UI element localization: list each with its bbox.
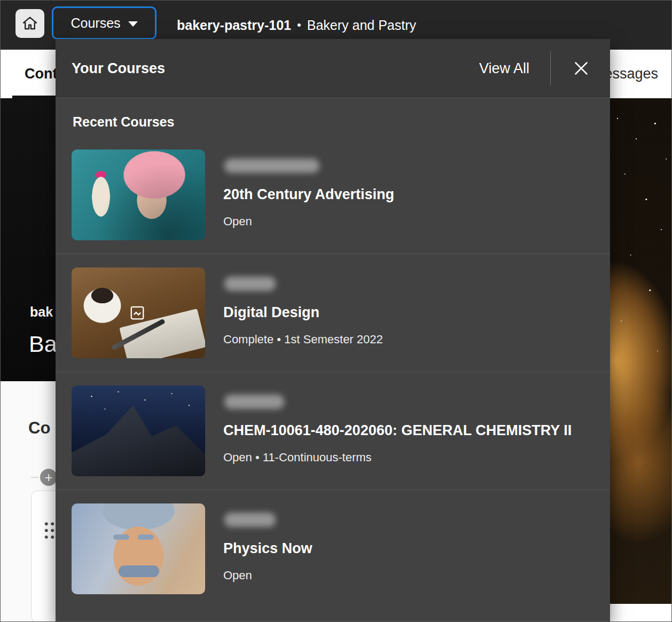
course-info: CHEM-10061-480-202060: GENERAL CHEMISTRY… [223, 385, 572, 476]
course-thumbnail-night-mountain [72, 385, 205, 476]
course-list-item[interactable]: Physics Now Open [56, 490, 610, 608]
course-id-redacted [224, 159, 319, 173]
course-status: Open • 11-Continuous-terms [223, 451, 572, 464]
course-id-redacted [224, 513, 276, 527]
recent-courses-heading: Recent Courses [56, 98, 610, 136]
course-thumbnail-einstein [72, 503, 205, 594]
course-status: Open [223, 569, 312, 582]
courses-menu-button[interactable]: Courses [52, 6, 157, 40]
course-id-redacted [224, 395, 284, 409]
course-info: 20th Century Advertising Open [223, 149, 394, 240]
courses-button-label: Courses [71, 15, 120, 31]
course-banner-pastry-image [610, 98, 672, 604]
tab-content-label: Cont [25, 66, 57, 82]
breadcrumb-separator: • [297, 18, 301, 32]
close-button[interactable] [568, 56, 594, 81]
tab-messages[interactable]: essages [604, 50, 658, 98]
content-section-heading: Co [28, 419, 50, 438]
course-info: Digital Design Complete • 1st Semester 2… [223, 267, 383, 358]
tab-content[interactable]: Cont [12, 50, 57, 98]
course-status: Open [223, 215, 394, 229]
plus-icon: + [44, 470, 52, 484]
chevron-down-icon [128, 21, 138, 27]
flyout-header: Your Courses View All [56, 39, 610, 98]
breadcrumb-course-id: bakery-pastry-101 [177, 18, 291, 33]
course-list-item[interactable]: 20th Century Advertising Open [56, 136, 610, 254]
course-title-link[interactable]: Digital Design [223, 304, 383, 321]
course-title-link[interactable]: 20th Century Advertising [223, 186, 394, 203]
course-thumbnail-vintage-ad [72, 149, 205, 240]
course-title-link[interactable]: CHEM-10061-480-202060: GENERAL CHEMISTRY… [223, 422, 572, 439]
course-status: Complete • 1st Semester 2022 [223, 333, 383, 347]
courses-flyout-panel: Your Courses View All Recent Courses 20t… [56, 39, 610, 622]
course-info: Physics Now Open [223, 503, 312, 594]
home-icon [21, 15, 38, 32]
flyout-title: Your Courses [72, 60, 476, 77]
course-list-item[interactable]: Digital Design Complete • 1st Semester 2… [56, 254, 610, 372]
close-icon [572, 59, 591, 78]
course-list-item[interactable]: CHEM-10061-480-202060: GENERAL CHEMISTRY… [56, 372, 610, 490]
flyout-body: Recent Courses 20th Century Advertising … [56, 98, 610, 608]
course-thumbnail-coffee-desk [72, 267, 205, 358]
view-all-link[interactable]: View All [476, 58, 533, 79]
header-divider [550, 51, 551, 85]
drag-handle-icon[interactable] [43, 521, 56, 540]
course-image-icon [129, 305, 145, 321]
course-id-redacted [224, 277, 276, 291]
banner-course-name: Ba [29, 331, 57, 357]
home-button[interactable] [15, 9, 44, 38]
banner-course-id: bak [30, 304, 53, 320]
page-background-corner [610, 604, 672, 622]
tab-messages-label: essages [604, 66, 658, 82]
course-title-link[interactable]: Physics Now [223, 540, 312, 557]
breadcrumb-course-name: Bakery and Pastry [307, 18, 416, 33]
